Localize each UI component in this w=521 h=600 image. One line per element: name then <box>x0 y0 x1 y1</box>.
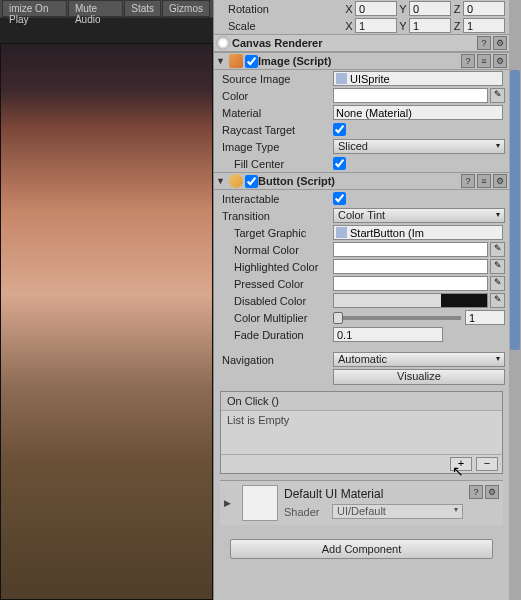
rotation-x-field[interactable] <box>355 1 397 16</box>
image-title: Image (Script) <box>258 55 461 67</box>
gear-icon[interactable]: ⚙ <box>493 36 507 50</box>
visualize-button[interactable]: Visualize <box>333 369 505 385</box>
disabled-color-field[interactable] <box>333 293 488 308</box>
gear-icon[interactable]: ⚙ <box>493 54 507 68</box>
scale-y-field[interactable] <box>409 18 451 33</box>
rotation-y-field[interactable] <box>409 1 451 16</box>
image-color-field[interactable] <box>333 88 488 103</box>
axis-z-label: Z <box>451 3 463 15</box>
fade-duration-field[interactable] <box>333 327 443 342</box>
scrollbar-thumb[interactable] <box>510 70 520 350</box>
maximize-on-play-button[interactable]: imize On Play <box>2 0 67 17</box>
highlighted-color-label: Highlighted Color <box>218 261 333 273</box>
rotation-z-field[interactable] <box>463 1 505 16</box>
disabled-color-label: Disabled Color <box>218 295 333 307</box>
scale-label: Scale <box>228 20 343 32</box>
eyedropper-icon[interactable]: ✎ <box>490 276 505 291</box>
button-component-header[interactable]: ▼ Button (Script) ?≡⚙ <box>214 172 509 190</box>
shader-dropdown[interactable]: UI/Default <box>332 504 463 519</box>
preset-icon[interactable]: ≡ <box>477 54 491 68</box>
normal-color-field[interactable] <box>333 242 488 257</box>
raycast-target-checkbox[interactable] <box>333 123 346 136</box>
canvas-renderer-title: Canvas Renderer <box>232 37 477 49</box>
material-field[interactable]: None (Material) <box>333 105 503 120</box>
material-section[interactable]: ▶ Default UI Material Shader UI/Default … <box>220 480 503 525</box>
foldout-icon[interactable]: ▶ <box>224 498 234 508</box>
fill-center-checkbox[interactable] <box>333 157 346 170</box>
color-label: Color <box>218 90 333 102</box>
target-graphic-label: Target Graphic <box>218 227 333 239</box>
fade-duration-label: Fade Duration <box>218 329 333 341</box>
inspector-scrollbar[interactable] <box>509 0 521 600</box>
color-multiplier-label: Color Multiplier <box>218 312 333 324</box>
canvas-renderer-header[interactable]: Canvas Renderer ?⚙ <box>214 34 509 52</box>
interactable-checkbox[interactable] <box>333 192 346 205</box>
image-icon <box>229 54 243 68</box>
game-viewport[interactable] <box>0 43 213 600</box>
image-enabled-checkbox[interactable] <box>245 55 258 68</box>
color-multiplier-field[interactable] <box>465 310 505 325</box>
onclick-header: On Click () <box>221 392 502 411</box>
help-icon[interactable]: ? <box>461 54 475 68</box>
preset-icon[interactable]: ≡ <box>477 174 491 188</box>
onclick-empty-text: List is Empty <box>221 411 502 454</box>
image-component-header[interactable]: ▼ Image (Script) ?≡⚙ <box>214 52 509 70</box>
sprite-icon <box>336 227 347 238</box>
interactable-label: Interactable <box>218 193 333 205</box>
foldout-icon[interactable]: ▼ <box>216 56 227 67</box>
button-title: Button (Script) <box>258 175 461 187</box>
axis-x-label: X <box>343 3 355 15</box>
canvas-renderer-icon <box>216 36 230 50</box>
navigation-label: Navigation <box>218 354 333 366</box>
eyedropper-icon[interactable]: ✎ <box>490 242 505 257</box>
gizmos-button[interactable]: Gizmos <box>162 0 210 17</box>
eyedropper-icon[interactable]: ✎ <box>490 293 505 308</box>
raycast-label: Raycast Target <box>218 124 333 136</box>
foldout-icon[interactable]: ▼ <box>216 176 227 187</box>
transition-label: Transition <box>218 210 333 222</box>
material-preview-icon <box>242 485 278 521</box>
shader-label: Shader <box>284 506 332 518</box>
pressed-color-label: Pressed Color <box>218 278 333 290</box>
navigation-dropdown[interactable]: Automatic <box>333 352 505 367</box>
source-image-label: Source Image <box>218 73 333 85</box>
help-icon[interactable]: ? <box>461 174 475 188</box>
axis-y-label: Y <box>397 3 409 15</box>
material-title: Default UI Material <box>284 487 463 501</box>
color-multiplier-slider[interactable] <box>333 316 461 320</box>
pressed-color-field[interactable] <box>333 276 488 291</box>
game-toolbar: imize On Play Mute Audio Stats Gizmos <box>0 0 213 18</box>
material-label: Material <box>218 107 333 119</box>
image-type-dropdown[interactable]: Sliced <box>333 139 505 154</box>
mute-audio-button[interactable]: Mute Audio <box>68 0 123 17</box>
help-icon[interactable]: ? <box>477 36 491 50</box>
stats-button[interactable]: Stats <box>124 0 161 17</box>
source-image-field[interactable]: UISprite <box>333 71 503 86</box>
scale-z-field[interactable] <box>463 18 505 33</box>
add-component-button[interactable]: Add Component <box>230 539 493 559</box>
fill-center-label: Fill Center <box>218 158 333 170</box>
inspector-panel: Rotation X Y Z Scale X Y Z Canvas Render… <box>213 0 521 600</box>
normal-color-label: Normal Color <box>218 244 333 256</box>
eyedropper-icon[interactable]: ✎ <box>490 259 505 274</box>
button-icon <box>229 174 243 188</box>
button-enabled-checkbox[interactable] <box>245 175 258 188</box>
sprite-icon <box>336 73 347 84</box>
remove-event-button[interactable]: − <box>476 457 498 471</box>
gear-icon[interactable]: ⚙ <box>493 174 507 188</box>
highlighted-color-field[interactable] <box>333 259 488 274</box>
gear-icon[interactable]: ⚙ <box>485 485 499 499</box>
help-icon[interactable]: ? <box>469 485 483 499</box>
onclick-event-list: On Click () List is Empty + − ↖ <box>220 391 503 474</box>
scale-x-field[interactable] <box>355 18 397 33</box>
eyedropper-icon[interactable]: ✎ <box>490 88 505 103</box>
rotation-label: Rotation <box>228 3 343 15</box>
image-type-label: Image Type <box>218 141 333 153</box>
add-event-button[interactable]: + <box>450 457 472 471</box>
transition-dropdown[interactable]: Color Tint <box>333 208 505 223</box>
target-graphic-field[interactable]: StartButton (Im <box>333 225 503 240</box>
